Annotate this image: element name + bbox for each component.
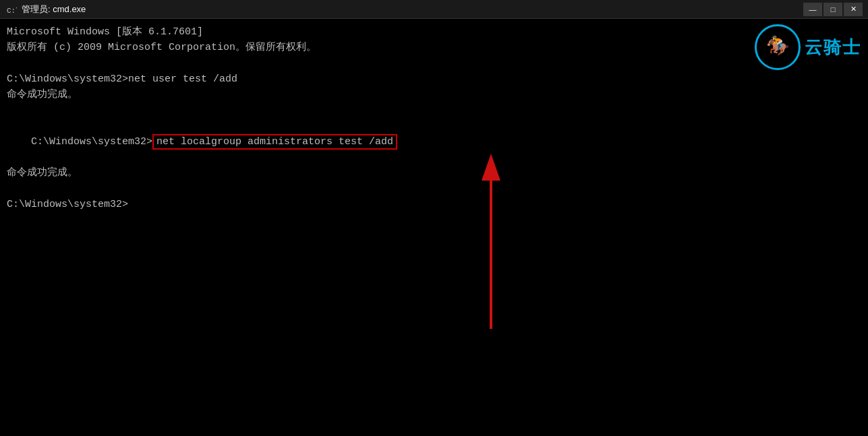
logo-icon: 🏇 (766, 32, 790, 61)
terminal-line-9 (7, 181, 861, 197)
close-button[interactable]: ✕ (844, 3, 863, 16)
logo-circle: 🏇 (755, 24, 801, 70)
terminal-line-2: 版权所有 (c) 2009 Microsoft Corporation。保留所有… (7, 40, 861, 55)
svg-text:C:\: C:\ (7, 7, 17, 15)
terminal-line-3 (7, 56, 861, 71)
terminal-line-8: 命令成功完成。 (7, 165, 861, 181)
terminal-line-5: 命令成功完成。 (7, 87, 861, 102)
window-title: 管理员: cmd.exe (22, 3, 803, 15)
terminal-line-10: C:\Windows\system32> (7, 197, 861, 212)
logo-area: 🏇 云骑士 (755, 24, 861, 70)
terminal-line-7: C:\Windows\system32>net localgroup admin… (7, 119, 861, 166)
maximize-button[interactable]: □ (823, 3, 842, 16)
minimize-button[interactable]: — (803, 3, 822, 16)
terminal-line-6 (7, 102, 861, 118)
terminal-prompt: C:\Windows\system32> (31, 136, 152, 148)
titlebar: C:\ 管理员: cmd.exe — □ ✕ (0, 0, 868, 19)
terminal-window: 🏇 云骑士 Microsoft Windows [版本 6.1.7601] 版权… (0, 19, 868, 436)
highlighted-command: net localgroup administrators test /add (152, 134, 397, 150)
terminal-line-4: C:\Windows\system32>net user test /add (7, 71, 861, 87)
logo-text: 云骑士 (805, 34, 861, 61)
cmd-icon: C:\ (5, 3, 18, 15)
terminal-line-1: Microsoft Windows [版本 6.1.7601] (7, 24, 861, 40)
window-controls: — □ ✕ (803, 3, 863, 16)
